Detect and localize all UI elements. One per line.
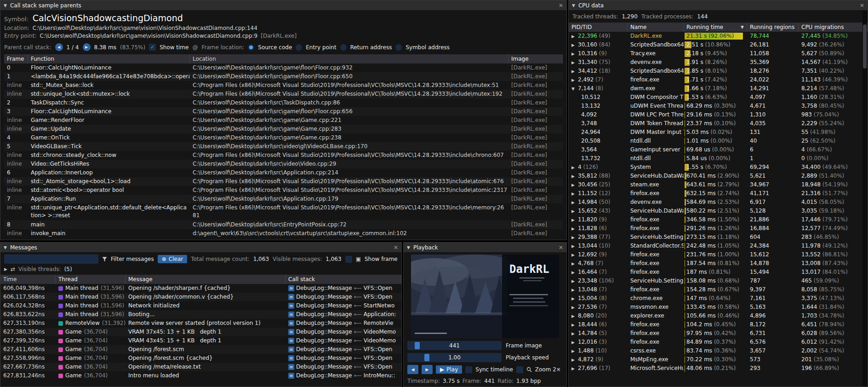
column-header[interactable]: Name	[628, 23, 684, 32]
frame-location-radio[interactable]	[395, 44, 402, 51]
expand-arrow-icon[interactable]: ▶	[571, 242, 578, 250]
cpu-row[interactable]: ▶1,488 (10)csrss.exe83.74 ms (0.36%)3,65…	[569, 347, 868, 355]
callstack-row[interactable]: 1<lambda_84a19dc444fae966ca174e83e708bdc…	[4, 72, 563, 81]
cpu-scrollbar-thumb[interactable]	[863, 24, 867, 69]
cpu-row[interactable]: ▶4,768 (7)firefox.exe187.54 ms (0.81%)14…	[569, 259, 868, 268]
cpu-row[interactable]: ▶15,004 (8)chrome.exe147 ms (0.64%)7,161…	[569, 294, 868, 303]
callstack-row[interactable]: inlinestd::unique_ptr<Application,std::d…	[4, 203, 563, 220]
show-frame-checkbox[interactable]	[345, 256, 352, 263]
message-row[interactable]: 626,833,622nsMain thread(31,596)Booting.…	[0, 310, 401, 319]
cpu-row[interactable]: ▶11,152 (12)firefox.exe632.15 ms (2.74%)…	[569, 189, 868, 198]
playback-speed-slider[interactable]: 1.00	[407, 353, 502, 362]
column-header[interactable]: Running time▼	[684, 23, 747, 32]
column-header[interactable]: Running regions	[747, 23, 799, 32]
sync-timeline-checkbox[interactable]	[465, 366, 472, 373]
column-header[interactable]: Time	[0, 275, 56, 284]
callstack-row[interactable]: inlinestd::atomic<bool>::operator boolC:…	[4, 186, 563, 195]
cpu-row[interactable]: ▶16,464 (7)firefox.exe187 ms (0.81%)15,4…	[569, 268, 868, 277]
message-row[interactable]: 626,024,328nsMain thread(31,596)Network …	[0, 301, 401, 310]
callstack-row[interactable]: inlineGame::UpdateC:\Users\wolf\Desktop\…	[4, 125, 563, 133]
cpu-row[interactable]: ▶4,872 (9)MsMpEng.exe70.22 ms (0.30%)573…	[569, 355, 868, 364]
cell-callstack[interactable]: ≡DebugLog::Message⟵VFS::Open	[286, 284, 401, 293]
cpu-row[interactable]: ▶23,348 (106)ServiceHub.SettingsHost158.…	[569, 277, 868, 285]
message-row[interactable]: 627,411,606nsGame(36,704)Opening /forest…	[0, 345, 401, 354]
close-icon[interactable]: ✕	[394, 244, 398, 251]
message-row[interactable]: 627,667,736nsGame(36,704)Opening /meta/r…	[0, 363, 401, 371]
expand-arrow-icon[interactable]: ▶	[571, 67, 578, 75]
column-header[interactable]: Call stack	[286, 275, 401, 284]
callstack-row[interactable]: 2TaskDispatch::SyncC:\Users\wolf\Desktop…	[4, 98, 563, 107]
expand-arrow-icon[interactable]: ▶	[571, 329, 578, 338]
expand-arrow-icon[interactable]: ▶	[571, 76, 578, 84]
cell-callstack[interactable]: ≡DebugLog::Message⟵IntroMenu::	[286, 371, 401, 380]
callstack-row[interactable]: 0Floor::CalcLightNoLuminanceC:\Users\wol…	[4, 64, 563, 72]
expand-arrow-icon[interactable]: ▶	[571, 251, 578, 259]
close-icon[interactable]: ✕	[559, 2, 563, 9]
expand-arrow-icon[interactable]: ▶	[571, 233, 578, 242]
step-forward-button[interactable]: ▶	[422, 365, 433, 374]
cell-callstack[interactable]: ≡DebugLog::Message⟵RemoteVie	[286, 319, 401, 328]
cpu-row[interactable]: ▶35,812 (88)ServiceHub.DataWarehou670.41…	[569, 172, 868, 180]
expand-arrow-icon[interactable]: ▶	[571, 163, 578, 172]
next-parent-button[interactable]: ▶	[83, 43, 91, 51]
cpu-row[interactable]: 13,732ntdll.dll5.84 us (0.00%)10 (0.00%)	[569, 154, 868, 163]
message-row[interactable]: 627,831,246nsGame(36,704)Intro menu load…	[0, 371, 401, 380]
cpu-row[interactable]: ▶11,820 (9)firefox.exe346.58 ms (1.50%)2…	[569, 215, 868, 224]
callstack-row[interactable]: 8mainC:\Users\wolf\Desktop\darkrl\src\En…	[4, 220, 563, 229]
cell-callstack[interactable]: ≡DebugLog::Message⟵VFS::Open	[286, 363, 401, 371]
zoom-checkbox[interactable]	[516, 366, 523, 373]
expand-arrow-icon[interactable]: ▶	[571, 356, 578, 364]
column-header[interactable]: Function	[28, 54, 190, 64]
show-time-checkbox[interactable]	[149, 44, 156, 51]
expand-arrow-icon[interactable]: ▶	[571, 321, 578, 329]
callstack-row[interactable]: inlineinvoke_maind:\agent\_work\63\s\src…	[4, 229, 563, 238]
cell-callstack[interactable]: ≡DebugLog::Message⟵Application:	[286, 310, 401, 319]
expand-arrow-icon[interactable]: ▶	[571, 58, 578, 67]
cell-callstack[interactable]: ≡DebugLog::Message⟵VideoMemo	[286, 336, 401, 345]
cpu-row[interactable]: 10,512DWM Compositor Thread1.53 s (6.63%…	[569, 93, 868, 102]
column-header[interactable]: PID/TID	[569, 23, 628, 32]
expand-arrow-icon[interactable]: ▶	[571, 172, 578, 180]
message-row[interactable]: 627,558,996nsGame(36,704)Opening /forest…	[0, 354, 401, 363]
expand-arrow-icon[interactable]: ▶	[571, 295, 578, 303]
callstack-row[interactable]: 6Application::InnerLoopC:\Users\wolf\Des…	[4, 168, 563, 177]
cell-callstack[interactable]: ≡DebugLog::Message⟵VFS::Open	[286, 293, 401, 301]
cpu-titlebar[interactable]: ▼ CPU data ✕	[569, 0, 868, 10]
frame-location-radio[interactable]	[296, 44, 302, 51]
cpu-row[interactable]: ▼7,144 (8)dwm.exe1.66 s (7.18%)14,2918,2…	[569, 84, 868, 93]
collapse-icon[interactable]: ▼	[4, 245, 7, 250]
cpu-row[interactable]: ▶22,396 (49)DarkRL.exe21.31 s (92.06%)78…	[569, 32, 868, 40]
callstack-row[interactable]: inlinestd::_Atomic_storage<bool,1>::load…	[4, 177, 563, 186]
expand-arrow-icon[interactable]: ▶	[571, 190, 578, 198]
column-header[interactable]: Location	[190, 54, 508, 64]
message-row[interactable]: 627,380,356nsGame(36,704)VRAM 37x45: 13 …	[0, 328, 401, 336]
message-row[interactable]: 606,049,398nsMain thread(31,596)Opening …	[0, 284, 401, 293]
cpu-row[interactable]: ▶31,340 (75)devenv.exe1.91 s (8.26%)35,3…	[569, 58, 868, 67]
cell-callstack[interactable]: ≡DebugLog::Message⟵VFS::Open	[286, 354, 401, 363]
message-row[interactable]: 606,117,568nsMain thread(31,596)Opening …	[0, 293, 401, 301]
column-header[interactable]: Message	[126, 275, 286, 284]
cpu-row[interactable]: 4,092DWM LPC Port Thread29.16 ms (0.13%)…	[569, 110, 868, 119]
column-header[interactable]: Thread	[56, 275, 126, 284]
cpu-row[interactable]: ▶18,444 (6)firefox.exe104.2 ms (0.45%)8,…	[569, 320, 868, 329]
expand-arrow-icon[interactable]: ▶	[571, 260, 578, 268]
column-header[interactable]: CPU migrations	[799, 23, 868, 32]
expand-arrow-icon[interactable]: ▶	[571, 338, 578, 347]
expand-arrow-icon[interactable]: ▶	[571, 225, 578, 233]
cell-callstack[interactable]: ≡DebugLog::Message⟵VFS::Open	[286, 345, 401, 354]
column-header[interactable]: Image	[508, 54, 563, 64]
message-row[interactable]: 627,399,326nsGame(36,704)VRAM 43x45: 15 …	[0, 336, 401, 345]
callstack-row[interactable]: inlinestd::unique_lock<std::mutex>::lock…	[4, 90, 563, 98]
cpu-row[interactable]: ▶14,784 (5)firefox.exe97.95 ms (0.42%)6,…	[569, 329, 868, 338]
cpu-row[interactable]: 3,564GameInput server69.68 us (0.00%)64 …	[569, 145, 868, 154]
cpu-row[interactable]: ▶30,456 (25)steam.exe643.61 ms (2.79%)34…	[569, 180, 868, 189]
frame-location-radio[interactable]	[340, 44, 347, 51]
frame-location-radio[interactable]	[248, 44, 254, 51]
cpu-row[interactable]: ▶30,160 (84)ScriptedSandbox64.exe2.51 s …	[569, 40, 868, 49]
cpu-scrollbar[interactable]	[862, 11, 867, 386]
playback-titlebar[interactable]: ▼ Playback ✕	[404, 243, 566, 252]
cpu-row[interactable]: ▶4 (126)System1.55 s (6.70%)69,29434,400…	[569, 163, 868, 172]
cpu-row[interactable]: 3,748DWM Token Thread23.37 ms (0.10%)4,0…	[569, 119, 868, 128]
expand-arrow-icon[interactable]: ▶	[571, 32, 578, 40]
collapse-icon[interactable]: ▼	[407, 245, 410, 250]
